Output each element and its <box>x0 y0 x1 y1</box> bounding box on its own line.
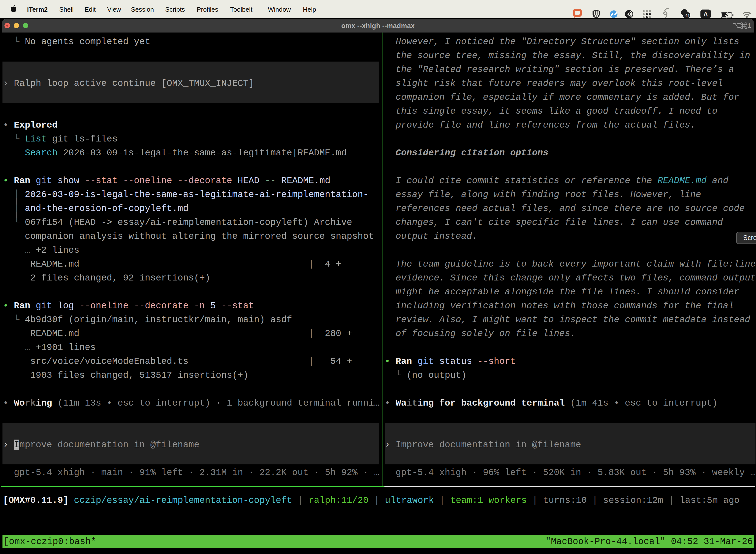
svg-text:..61: ..61 <box>683 13 690 18</box>
svg-text:1: 1 <box>748 22 751 29</box>
svg-text:A: A <box>703 11 708 18</box>
